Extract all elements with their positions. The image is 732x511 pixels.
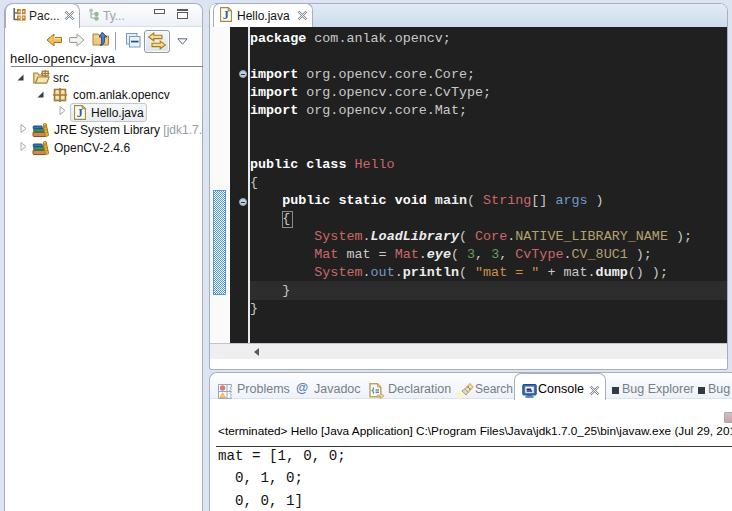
svg-text:J: J (77, 106, 83, 120)
svg-text:J: J (223, 8, 229, 22)
